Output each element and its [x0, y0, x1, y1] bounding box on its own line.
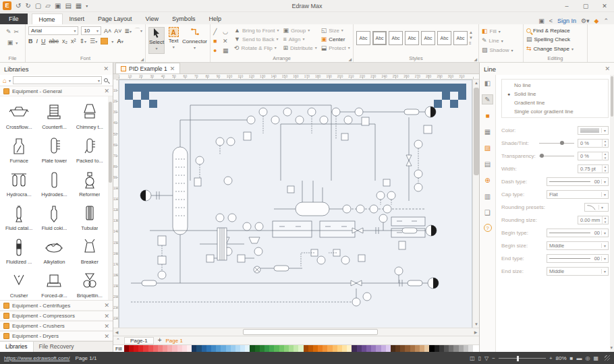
redo-icon[interactable]: ↻: [25, 2, 30, 10]
font-dialog-launcher[interactable]: ◢: [140, 57, 144, 61]
color-swatch-14[interactable]: [192, 345, 196, 352]
promotion-icon[interactable]: ◆: [594, 18, 599, 24]
style-preset-6[interactable]: Abc: [437, 31, 451, 45]
styles-more-icon[interactable]: ≡: [469, 41, 473, 45]
library-shape-breaker[interactable]: Breaker: [72, 233, 107, 266]
underline-button[interactable]: U: [41, 38, 46, 44]
color-swatch-22[interactable]: [231, 345, 235, 352]
font-size-select[interactable]: 10▾: [81, 26, 101, 35]
center-button[interactable]: ▣Center: [321, 36, 350, 43]
maximize-button[interactable]: ▢: [576, 0, 595, 12]
color-swatch-72[interactable]: [473, 345, 478, 352]
line-format-icon[interactable]: ✎: [482, 94, 493, 104]
color-swatch-3[interactable]: [138, 345, 143, 352]
library-section-header[interactable]: Equipment - General ✕: [0, 86, 113, 96]
shape-tool-icon[interactable]: ▦: [76, 2, 82, 10]
transparency-slider[interactable]: [539, 152, 574, 160]
color-swatch-26[interactable]: [250, 345, 254, 352]
color-swatch-32[interactable]: [279, 345, 284, 352]
color-swatch-8[interactable]: [163, 345, 167, 352]
color-swatch-42[interactable]: [327, 345, 332, 352]
color-swatch-27[interactable]: [255, 345, 260, 352]
libraries-close-icon[interactable]: ✕: [103, 65, 109, 72]
color-swatch-67[interactable]: [449, 345, 453, 352]
panel-more-icon[interactable]: ▾: [610, 345, 613, 351]
color-swatch-47[interactable]: [352, 345, 356, 352]
style-preset-2[interactable]: Abc: [372, 31, 387, 45]
color-swatch-39[interactable]: [313, 345, 318, 352]
connector-tool-button[interactable]: Connector▾: [182, 27, 207, 54]
library-shape-reformer[interactable]: Reformer: [72, 165, 107, 199]
color-swatch-29[interactable]: [264, 345, 269, 352]
color-swatch-51[interactable]: [371, 345, 376, 352]
color-swatch-21[interactable]: [226, 345, 231, 352]
document-tab-close-icon[interactable]: ✕: [170, 65, 175, 72]
page-tab[interactable]: Page-1: [124, 337, 154, 344]
color-swatch-13[interactable]: [187, 345, 192, 352]
color-swatch-58[interactable]: [405, 345, 410, 352]
library-section-close-icon[interactable]: ✕: [104, 333, 109, 340]
color-swatch-1[interactable]: [129, 345, 134, 352]
note-icon[interactable]: ▥: [482, 191, 493, 202]
color-swatch-15[interactable]: [196, 345, 201, 352]
color-swatch-7[interactable]: [158, 345, 163, 352]
subscript-button[interactable]: x₂: [62, 38, 67, 44]
color-swatch-68[interactable]: [453, 345, 458, 352]
color-swatch-57[interactable]: [400, 345, 405, 352]
page-format-icon[interactable]: ▤: [482, 159, 493, 169]
zoom-slider[interactable]: [499, 355, 546, 361]
color-swatch-5[interactable]: [148, 345, 153, 352]
library-shape-packedtower[interactable]: Packed to...: [72, 131, 107, 165]
color-swatch-40[interactable]: [318, 345, 323, 352]
arrange-dialog-launcher[interactable]: ◢: [348, 57, 352, 61]
color-swatch-62[interactable]: [424, 345, 429, 352]
rotate-flip-button[interactable]: ⟲Rotate & Flip▾: [234, 44, 279, 52]
color-swatch-36[interactable]: [298, 345, 303, 352]
color-swatch-65[interactable]: [439, 345, 444, 352]
library-shape-furnace[interactable]: Furnace: [1, 131, 36, 165]
panel-tab-libraries[interactable]: Libraries: [0, 342, 34, 352]
bold-button[interactable]: B: [28, 38, 33, 44]
rectangle-shape-icon[interactable]: ■: [213, 38, 221, 47]
color-swatch-11[interactable]: [177, 345, 182, 352]
library-shape-briquetting[interactable]: Briquettin...: [72, 266, 107, 300]
rounding-size-spinner[interactable]: 0.00 mm▲▼: [578, 216, 609, 224]
styles-down-icon[interactable]: ▼: [469, 36, 473, 40]
bring-to-front-button[interactable]: ▲Bring to Front▾: [234, 27, 279, 34]
fit-page-icon[interactable]: ▯: [478, 355, 481, 361]
dash-type-select[interactable]: 00▾: [547, 177, 609, 186]
color-swatch-70[interactable]: [464, 345, 468, 352]
begin-size-select[interactable]: Middle▾: [547, 241, 609, 250]
library-shape-hydrodesulf[interactable]: Hydrodes...: [36, 165, 72, 199]
line-panel-close-icon[interactable]: ✕: [605, 65, 610, 72]
color-swatch-6[interactable]: [153, 345, 158, 352]
line-button[interactable]: ✎Line▾: [482, 37, 520, 44]
color-swatch-43[interactable]: [333, 345, 337, 352]
rounding-presets-select[interactable]: ▾: [584, 203, 609, 212]
group-button[interactable]: ▣Group▾: [283, 27, 316, 34]
color-swatch-19[interactable]: [216, 345, 221, 352]
line-option-single-color-gradient-line[interactable]: Single color gradient line: [506, 109, 608, 115]
document-tab[interactable]: PID Example 1 ✕: [115, 63, 180, 73]
color-swatch-45[interactable]: [342, 345, 347, 352]
add-page-button[interactable]: +: [158, 337, 162, 344]
new-document-icon[interactable]: ▢: [35, 2, 41, 10]
style-preset-3[interactable]: Abc: [389, 31, 403, 45]
library-shape-crossflow[interactable]: Crossflow...: [1, 98, 36, 131]
shadow-button[interactable]: ▨Shadow▾: [482, 47, 520, 54]
color-swatch-20[interactable]: [221, 345, 225, 352]
color-swatch-63[interactable]: [429, 345, 434, 352]
menu-tab-home[interactable]: Home: [32, 13, 63, 24]
library-section-close-icon[interactable]: ✕: [104, 88, 109, 94]
menu-tab-insert[interactable]: Insert: [63, 13, 92, 24]
print-icon[interactable]: ▤: [65, 2, 71, 10]
line-spacing-icon[interactable]: ⇕▾: [80, 38, 87, 44]
library-scrollbar[interactable]: [108, 96, 113, 300]
open-icon[interactable]: ▱: [45, 2, 51, 10]
normal-view-icon[interactable]: ■: [570, 355, 574, 361]
filter-view-icon[interactable]: ▽: [484, 355, 489, 361]
color-swatch-46[interactable]: [347, 345, 352, 352]
color-swatch-44[interactable]: [337, 345, 342, 352]
zoom-out-icon[interactable]: −: [492, 355, 495, 361]
color-swatch-25[interactable]: [245, 345, 250, 352]
